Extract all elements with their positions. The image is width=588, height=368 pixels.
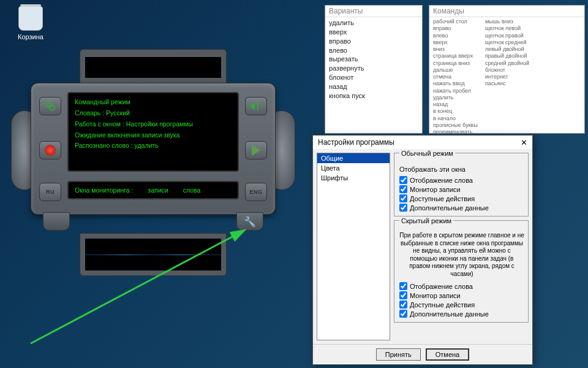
checkbox-label: Доступные действия [410,301,475,309]
command-item[interactable]: интернет [485,74,529,80]
variants-list: удалитьвверхвправовлевовырезатьразвернут… [325,17,422,102]
checkbox-row: Отображение слова [399,175,524,185]
trash-icon [18,6,43,31]
device-top-slot [80,49,227,86]
variant-item[interactable]: вверх [329,28,418,37]
command-item[interactable]: щелчок левой [485,25,529,32]
eng-label: ENG [249,189,262,195]
screen-line: Словарь : Русский [75,108,232,119]
play-icon [252,145,260,156]
tab-general[interactable]: Общие [317,153,390,163]
record-icon [45,145,56,156]
group-hidden-legend: Скрытый режим [399,217,453,224]
lang-ru-button[interactable]: RU [39,183,61,201]
command-item[interactable]: в конец [433,108,478,115]
command-item[interactable]: вниз [433,46,478,53]
command-item[interactable]: рабочий стол [433,18,478,25]
command-item[interactable]: мышь вниз [485,18,529,25]
checkbox-row: Дополнительные данные [399,309,524,318]
variant-item[interactable]: кнопка пуск [329,91,418,101]
variant-item[interactable]: влево [329,46,418,55]
hidden-checkbox-2[interactable] [399,301,407,309]
variant-item[interactable]: вырезать [329,55,418,64]
command-item[interactable]: нажать пробел [433,88,478,94]
wrench-icon: 🔧 [244,216,256,228]
play-button[interactable] [245,141,267,159]
close-button[interactable]: ✕ [518,138,530,147]
command-item[interactable]: средний двойной [485,60,529,67]
command-item[interactable]: вправо [433,25,478,32]
group-normal-mode: Обычный режим Отображать эти окна Отобра… [394,153,529,217]
command-item[interactable]: назад [433,101,478,108]
screen-line: Работа с окном : Настройки программы [75,119,232,130]
skip-button[interactable] [245,97,267,115]
dialog-sidebar: Общие Цвета Шрифты [317,153,390,340]
settings-button[interactable] [39,97,61,115]
recycle-bin[interactable]: Корзина [12,6,49,40]
command-item[interactable]: отмена [433,74,478,80]
screen-line: Командный режим [75,97,232,108]
dialog-titlebar[interactable]: Настройки программы ✕ [313,136,532,149]
command-item[interactable]: блокнот [485,67,529,74]
ok-button[interactable]: Принять [376,348,421,361]
record-button[interactable] [39,141,61,159]
normal-checkbox-1[interactable] [399,185,407,193]
command-item[interactable]: прописные буквы [433,122,478,129]
commands-panel: Команды рабочий столвправовлевовверхвниз… [429,5,585,134]
variant-item[interactable]: вправо [329,37,418,46]
command-item[interactable]: нажать ввод [433,80,478,87]
command-item[interactable]: вверх [433,39,478,46]
commands-header: Команды [429,6,584,17]
checkbox-row: Доступные действия [399,194,524,203]
command-item[interactable]: переименовать [433,129,478,134]
command-item[interactable]: щелчок средней [485,39,529,46]
checkbox-label: Монитор записи [410,292,461,299]
hidden-checkbox-0[interactable] [399,282,407,290]
variant-item[interactable]: назад [329,82,418,91]
tab-fonts[interactable]: Шрифты [317,173,390,183]
device-tab-left[interactable] [43,212,70,231]
waveform-slot [80,233,227,276]
dialog-title: Настройки программы [318,138,394,147]
command-item[interactable]: щелчок правой [485,33,529,39]
cancel-button[interactable]: Отмена [426,348,469,361]
normal-checkbox-2[interactable] [399,194,407,202]
command-item[interactable]: влево [433,33,478,39]
variants-header: Варианты [325,6,422,17]
checkbox-label: Монитор записи [410,186,461,193]
variant-item[interactable]: блокнот [329,73,418,82]
command-item[interactable]: левый двойной [485,46,529,53]
command-item[interactable]: страница вниз [433,60,478,67]
hidden-checkbox-1[interactable] [399,291,407,299]
checkbox-label: Отображение слова [410,177,473,184]
command-item[interactable]: в начало [433,115,478,122]
device-monitor-bar: Окна мониторинга : записи слова [67,181,239,199]
command-item[interactable]: страница вверх [433,53,478,59]
variant-item[interactable]: удалить [329,18,418,28]
variants-panel: Варианты удалитьвверхвправовлевовырезать… [325,5,423,134]
ru-label: RU [46,189,55,195]
hidden-checkbox-3[interactable] [399,310,407,318]
monitor-label: Окна мониторинга : [75,186,133,194]
tools-button[interactable]: 🔧 [236,212,263,231]
command-item[interactable]: удалить [433,94,478,101]
tab-colors[interactable]: Цвета [317,163,390,173]
normal-checkbox-3[interactable] [399,204,407,212]
command-item[interactable]: дальше [433,67,478,74]
group-normal-legend: Обычный режим [399,150,455,157]
svg-point-1 [50,105,55,110]
checkbox-label: Дополнительные данные [410,204,489,212]
lang-eng-button[interactable]: ENG [245,183,267,201]
settings-dialog: Настройки программы ✕ Общие Цвета Шрифты… [312,135,533,365]
hidden-description: При работе в скрытом режиме главное и не… [399,232,524,278]
normal-checkbox-0[interactable] [399,176,407,184]
waveform-icon [85,239,221,270]
checkbox-label: Отображение слова [410,283,473,290]
recycle-bin-label: Корзина [12,33,49,40]
commands-col2: мышь внизщелчок левойщелчок правойщелчок… [485,18,529,134]
variant-item[interactable]: развернуть [329,64,418,73]
command-item[interactable]: пасьянс [485,80,529,87]
checkbox-row: Доступные действия [399,300,524,309]
screen-line: Ожидание включения записи звука [75,130,232,141]
command-item[interactable]: правый двойной [485,53,529,59]
